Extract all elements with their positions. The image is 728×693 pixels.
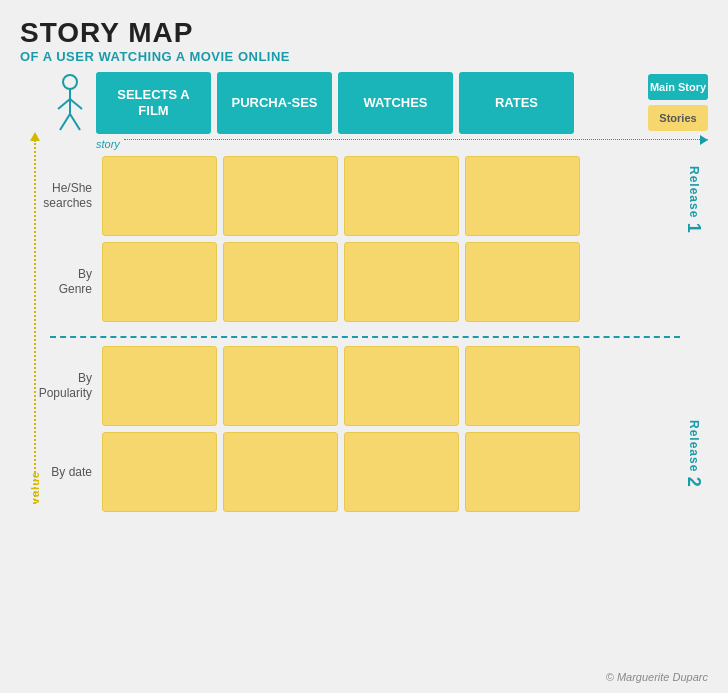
page-container: STORY MAP OF A USER WATCHING A MOVIE ONL…	[0, 0, 728, 693]
legend-stories: Stories	[648, 105, 708, 131]
title-block: STORY MAP OF A USER WATCHING A MOVIE ONL…	[20, 18, 708, 64]
story-label: story	[96, 138, 120, 150]
release-1-num: 1	[684, 223, 704, 234]
story-card-3-3	[465, 432, 580, 512]
story-card-3-2	[344, 432, 459, 512]
story-card-2-1	[223, 346, 338, 426]
story-box-rates: RATES	[459, 72, 574, 134]
story-arrow-row: story	[96, 138, 708, 150]
story-card-1-1	[223, 242, 338, 322]
story-card-1-3	[465, 242, 580, 322]
releases-area: He/She searches By Genre	[50, 156, 708, 518]
story-boxes: SELECTS A FILM PURCHA-SES WATCHES RATES	[96, 72, 632, 134]
row-label-3: By date	[51, 465, 92, 479]
row-label-col-3: By date	[50, 432, 96, 512]
release-1-label: Release 1	[683, 166, 704, 234]
release-2-text: Release 2	[687, 420, 701, 488]
svg-line-5	[70, 114, 80, 130]
story-card-0-1	[223, 156, 338, 236]
left-axis: value	[20, 72, 50, 518]
story-card-3-0	[102, 432, 217, 512]
legend-stories-box: Stories	[648, 105, 708, 131]
story-box-purchases: PURCHA-SES	[217, 72, 332, 134]
story-row-2: By Popularity	[50, 346, 680, 426]
story-card-2-0	[102, 346, 217, 426]
story-card-3-1	[223, 432, 338, 512]
header-row: SELECTS A FILM PURCHA-SES WATCHES RATES …	[50, 72, 708, 134]
footer: © Marguerite Duparc	[606, 671, 708, 683]
row-label-0: He/She searches	[43, 181, 92, 210]
story-box-selects: SELECTS A FILM	[96, 72, 211, 134]
value-axis-line	[34, 140, 36, 504]
row-label-col-1: By Genre	[50, 242, 96, 322]
person-icon	[50, 74, 90, 132]
svg-point-0	[63, 75, 77, 89]
story-card-1-2	[344, 242, 459, 322]
story-arrow	[124, 139, 708, 149]
story-card-0-3	[465, 156, 580, 236]
release-labels-col: Release 1 Release 2	[680, 156, 708, 518]
story-card-2-2	[344, 346, 459, 426]
story-row-1: By Genre	[50, 242, 680, 322]
sub-title: OF A USER WATCHING A MOVIE ONLINE	[20, 49, 708, 64]
legend-stories-label: Stories	[659, 112, 696, 124]
svg-line-2	[58, 99, 70, 109]
story-row-0: He/She searches	[50, 156, 680, 236]
story-card-2-3	[465, 346, 580, 426]
legend-main-story: Main Story	[648, 74, 708, 100]
legend-main-story-box: Main Story	[648, 74, 708, 100]
main-title: STORY MAP	[20, 18, 708, 49]
row-label-1: By Genre	[50, 267, 92, 296]
row-label-col-0: He/She searches	[50, 156, 96, 236]
map-area: value SELECTS A	[20, 72, 708, 518]
value-axis-label: value	[29, 471, 41, 504]
release-2-section: By Popularity By date	[50, 346, 680, 518]
svg-line-4	[60, 114, 70, 130]
story-row-3: By date	[50, 432, 680, 512]
release-1-text: Release 1	[687, 166, 701, 234]
release-2-label: Release 2	[683, 420, 704, 488]
grid-with-labels: He/She searches By Genre	[50, 156, 680, 518]
main-content: SELECTS A FILM PURCHA-SES WATCHES RATES …	[50, 72, 708, 518]
story-card-0-2	[344, 156, 459, 236]
release-2-num: 2	[684, 477, 704, 488]
legend: Main Story Stories	[648, 74, 708, 131]
story-card-1-0	[102, 242, 217, 322]
story-card-0-0	[102, 156, 217, 236]
legend-main-story-label: Main Story	[650, 81, 706, 93]
release-1-section: He/She searches By Genre	[50, 156, 680, 338]
story-box-watches: WATCHES	[338, 72, 453, 134]
row-label-col-2: By Popularity	[50, 346, 96, 426]
svg-line-3	[70, 99, 82, 109]
